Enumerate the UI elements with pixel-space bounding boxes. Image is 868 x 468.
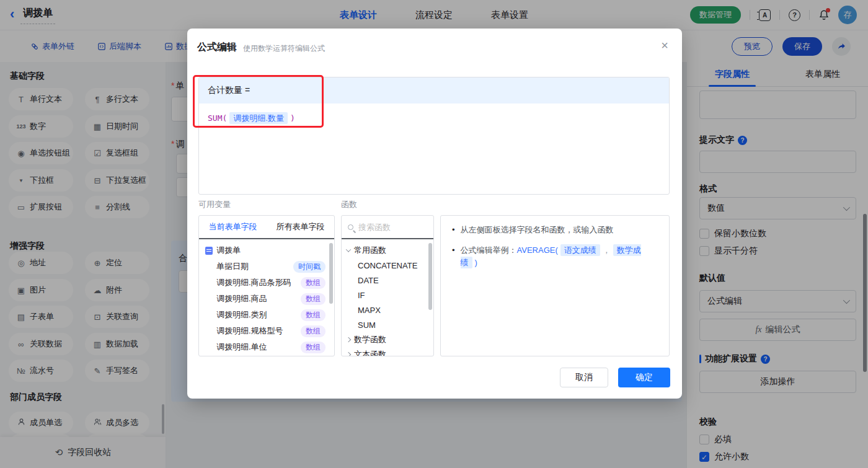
tips-panel: • 从左侧面板选择字段名和函数，或输入函数 • 公式编辑举例：AVERAGE(语… [440, 215, 670, 356]
variables-scrollbar[interactable] [329, 243, 333, 304]
function-search-input[interactable] [358, 223, 420, 232]
variables-tabs: 当前表单字段 所有表单字段 [199, 216, 334, 239]
close-icon[interactable]: × [661, 38, 668, 53]
confirm-button[interactable]: 确定 [618, 368, 670, 387]
function-item[interactable]: SUM [342, 317, 433, 332]
formula-edit-modal: 公式编辑 使用数学运算符编辑公式 × 合计数量 = SUM(调拨明细.数量) 可… [187, 29, 682, 399]
search-icon [348, 224, 353, 230]
type-badge: 数组 [301, 325, 326, 337]
variable-item[interactable]: 调拨明细.商品条形码 数组 [199, 275, 334, 291]
type-badge: 数组 [301, 293, 326, 305]
tip-line-1: • 从左侧面板选择字段名和函数，或输入函数 [452, 224, 658, 236]
tip-line-2: • 公式编辑举例：AVERAGE(语文成绩，数学成绩) [452, 244, 658, 269]
chevron-right-icon [346, 337, 351, 342]
function-group-common[interactable]: 常用函数 [342, 243, 433, 258]
variable-item[interactable]: 调拨明细.规格型号 数组 [199, 323, 334, 339]
functions-tree: 常用函数 CONCATENATE DATE IF MAPX SUM 数学函数 文… [342, 239, 433, 356]
bullet-icon: • [452, 224, 455, 236]
function-item[interactable]: DATE [342, 273, 433, 288]
tab-all-form-fields[interactable]: 所有表单字段 [277, 221, 325, 232]
type-badge: 数组 [301, 277, 326, 289]
variables-label: 可用变量 [198, 199, 231, 210]
variables-tree: 调拨单 单据日期 时间戳 调拨明细.商品条形码 数组 调拨明细.商品 数组 调拨… [199, 239, 334, 355]
variable-item[interactable]: 调拨明细.商品 数组 [199, 291, 334, 307]
variables-panel: 当前表单字段 所有表单字段 调拨单 单据日期 时间戳 调拨明细.商品条形码 数组… [198, 215, 335, 356]
variable-item[interactable]: 调拨明细.类别 数组 [199, 307, 334, 323]
function-group-math[interactable]: 数学函数 [342, 332, 433, 347]
form-doc-icon [205, 247, 213, 255]
chevron-right-icon [346, 352, 351, 356]
formula-function: SUM( [208, 113, 227, 123]
variable-item[interactable]: 单据日期 时间戳 [199, 258, 334, 275]
formula-editor[interactable]: 合计数量 = SUM(调拨明细.数量) [198, 77, 670, 195]
formula-close-paren: ) [290, 113, 295, 123]
modal-subtitle: 使用数学运算符编辑公式 [243, 43, 325, 54]
formula-target: 合计数量 = [199, 77, 669, 104]
type-badge: 时间戳 [293, 261, 326, 273]
formula-expression[interactable]: SUM(调拨明细.数量) [199, 104, 669, 133]
bullet-icon: • [452, 244, 455, 269]
function-item[interactable]: MAPX [342, 302, 433, 317]
type-badge: 数组 [301, 342, 326, 353]
example-chip: 语文成绩 [560, 244, 600, 256]
type-badge: 数组 [301, 309, 326, 321]
functions-scrollbar[interactable] [428, 243, 432, 310]
function-search[interactable] [342, 216, 433, 239]
tree-root-form[interactable]: 调拨单 [199, 242, 334, 258]
tab-current-form-fields[interactable]: 当前表单字段 [209, 221, 257, 232]
function-item[interactable]: CONCATENATE [342, 258, 433, 273]
functions-label: 函数 [341, 199, 357, 210]
modal-footer: 取消 确定 [560, 368, 670, 387]
app-window: ‹ 调拨单 表单设计 流程设定 表单设置 数据管理 A ? 存 表单外链 [0, 0, 868, 468]
chevron-down-icon [346, 247, 351, 252]
function-item[interactable]: IF [342, 288, 433, 302]
formula-argument-chip[interactable]: 调拨明细.数量 [229, 112, 288, 124]
function-group-text[interactable]: 文本函数 [342, 347, 433, 356]
modal-title: 公式编辑 [197, 41, 237, 54]
cancel-button[interactable]: 取消 [560, 368, 608, 387]
functions-panel: 常用函数 CONCATENATE DATE IF MAPX SUM 数学函数 文… [341, 215, 434, 356]
variable-item[interactable]: 调拨明细.单位 数组 [199, 339, 334, 355]
